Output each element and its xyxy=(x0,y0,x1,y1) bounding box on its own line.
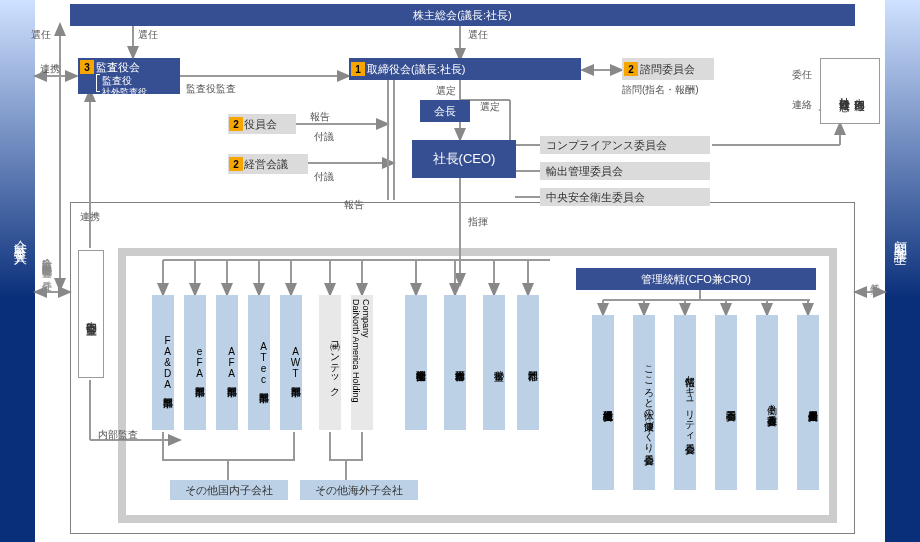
report-label-1: 報告 xyxy=(310,110,330,124)
tag-1: 1 xyxy=(351,62,365,76)
dept-3: ATec事業部門 xyxy=(248,295,270,430)
internal-audit-office: 内部監査室 xyxy=(78,250,104,378)
ceo-box: 社長(CEO) xyxy=(412,140,516,178)
audit-scope-label: 会計監査・内部統制監査の委任 xyxy=(39,250,53,275)
appoint-lbl-1: 選任 xyxy=(31,28,51,42)
tag-2c: 2 xyxy=(229,157,243,171)
advisory-box: 2 諮問委員会 xyxy=(622,58,714,80)
board-title: 取締役会(議長:社長) xyxy=(367,62,465,77)
board-box: 1 取締役会(議長:社長) xyxy=(349,58,581,80)
consult-label: 諮問(指名・報酬) xyxy=(622,84,699,96)
dept-8: 経営企画本部 xyxy=(444,295,466,430)
officers-title: 役員会 xyxy=(244,117,277,132)
dept-1: eFA事業部門 xyxy=(184,295,206,430)
coop-label: 連携 xyxy=(40,62,60,76)
domestic-subs: その他国内子会社 xyxy=(170,480,288,500)
internal-audit-label: 内部監査 xyxy=(98,428,138,442)
cro-1: こころと体の健康づくり委員会 xyxy=(633,315,655,490)
delegate-label: 委任 xyxy=(792,68,812,82)
legal-advisor-label: 顧問弁護士 xyxy=(891,230,909,245)
cro-2: 情報セキュリティ委員会 xyxy=(674,315,696,490)
dept-10: 本社部門 xyxy=(517,295,539,430)
whistle-title: 社外通報窓口 xyxy=(837,88,852,94)
dept-2: AFA事業部門 xyxy=(216,295,238,430)
tag-2b: 2 xyxy=(229,117,243,131)
accounting-auditor-label: 会計監査人 xyxy=(11,230,29,245)
audit-inner-2: 社外監査役 xyxy=(102,87,147,96)
safety-committee: 中央安全衛生委員会 xyxy=(540,188,710,206)
contact-label: 連絡 xyxy=(792,98,812,112)
appoint-lbl-3: 選任 xyxy=(468,28,488,42)
whistle-box: 社外通報窓口 内部通報 xyxy=(820,58,880,124)
tag-3: 3 xyxy=(80,60,94,74)
compliance-committee: コンプライアンス委員会 xyxy=(540,136,710,154)
cro-4: 働き方改革委員会 xyxy=(756,315,778,490)
dept-0: FA&DA事業部門 xyxy=(152,295,174,430)
coop-label-2: 連携 xyxy=(80,210,100,224)
officers-box: 2 役員会 xyxy=(228,114,296,134)
dept-6: DaiNorth America Holding Company xyxy=(351,295,373,430)
select-label-1: 選定 xyxy=(436,84,456,98)
dept-7: 安全衛生管理本部 xyxy=(405,295,427,430)
report-label-2: 報告 xyxy=(344,198,364,212)
cro-3: 開示委員会 xyxy=(715,315,737,490)
command-label: 指揮 xyxy=(468,215,488,229)
audit-label: 監査役監査 xyxy=(186,82,236,96)
admin-box: 管理統轄(CFO兼CRO) xyxy=(576,268,816,290)
overseas-subs: その他海外子会社 xyxy=(300,480,418,500)
chairman-box: 会長 xyxy=(420,100,470,122)
dept-4: AWT事業部門 xyxy=(280,295,302,430)
mgmt-meeting-box: 2 経営会議 xyxy=(228,154,308,174)
dept-9: 秘書室 xyxy=(483,295,505,430)
advisory-title: 諮問委員会 xyxy=(640,62,695,77)
shareholders-box: 株主総会(議長:社長) xyxy=(70,4,855,26)
export-committee: 輸出管理委員会 xyxy=(540,162,710,180)
internal-report-title: 内部通報 xyxy=(852,89,867,93)
select-label-2: 選定 xyxy=(480,100,500,114)
cro-5: 年金資産運用委員会 xyxy=(797,315,819,490)
tag-2a: 2 xyxy=(624,62,638,76)
refer-label-1: 付議 xyxy=(314,130,334,144)
audit-committee-box: 3 監査役会 監査役 社外監査役 xyxy=(78,58,180,94)
refer-label-2: 付議 xyxy=(314,170,334,184)
appoint-lbl-2: 選任 xyxy=(138,28,158,42)
audit-committee-title: 監査役会 xyxy=(96,60,140,75)
dept-5: ㈱コンテック xyxy=(319,295,341,430)
cro-0: 環境経営推進委員会 xyxy=(592,315,614,490)
mgmt-meeting-title: 経営会議 xyxy=(244,157,288,172)
